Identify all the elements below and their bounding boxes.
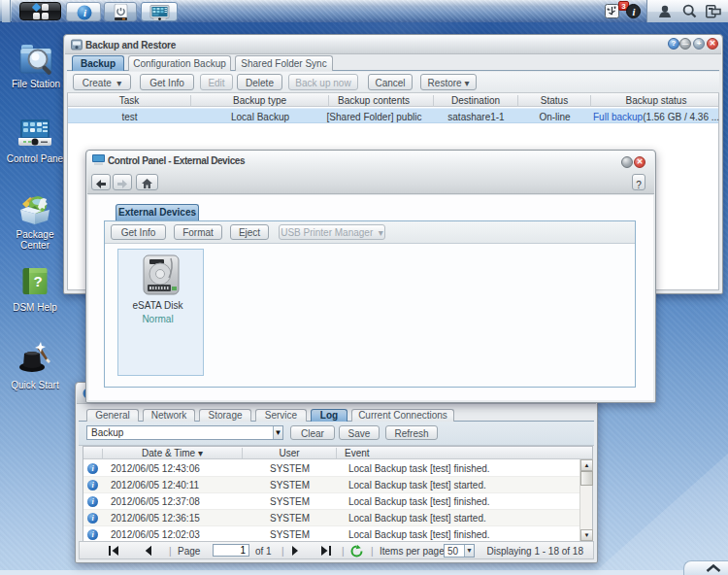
svg-text:?: ? — [33, 273, 42, 289]
svg-text:i: i — [633, 7, 636, 17]
